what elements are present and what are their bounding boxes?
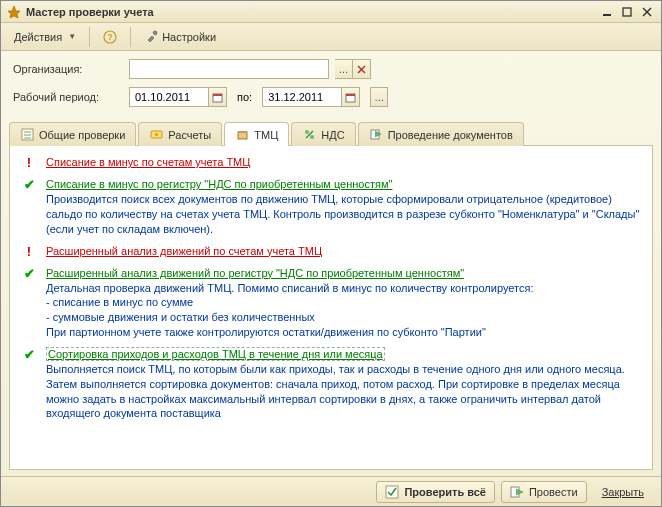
svg-rect-10: [213, 94, 222, 96]
toolbar: Действия ▼ ? Настройки: [1, 23, 661, 51]
tab-label: Расчеты: [168, 129, 211, 141]
wrench-icon: [144, 30, 158, 44]
check-item: ✔Сортировка приходов и расходов ТМЦ в те…: [22, 348, 640, 421]
date-to-calendar-button[interactable]: [342, 87, 360, 107]
tab-strip: Общие проверки Расчеты ТМЦ НДС Проведени…: [1, 121, 661, 145]
tab-calculations[interactable]: Расчеты: [138, 122, 222, 146]
tab-label: НДС: [321, 129, 344, 141]
tab-posting[interactable]: Проведение документов: [358, 122, 524, 146]
titlebar: Мастер проверки учета: [1, 1, 661, 23]
check-title-link[interactable]: Списание в минус по регистру "НДС по при…: [46, 178, 392, 190]
date-to-label: по:: [233, 91, 256, 103]
app-icon: [7, 5, 21, 19]
org-label: Организация:: [13, 63, 123, 75]
check-item: !Расширенный анализ движений по счетам у…: [22, 245, 640, 259]
error-icon: !: [22, 245, 36, 259]
svg-rect-19: [238, 132, 247, 139]
checklist-icon: [385, 485, 399, 499]
toolbar-separator: [130, 27, 131, 47]
date-from-calendar-button[interactable]: [209, 87, 227, 107]
form-area: Организация: … Рабочий период: п: [1, 51, 661, 119]
check-description: Выполняется поиск ТМЦ, по которым были к…: [46, 362, 640, 421]
svg-text:?: ?: [107, 32, 113, 42]
svg-rect-2: [623, 8, 631, 16]
svg-point-18: [155, 133, 158, 136]
check-body: Списание в минус по счетам учета ТМЦ: [46, 156, 640, 168]
svg-rect-20: [238, 131, 247, 133]
tab-tmc[interactable]: ТМЦ: [224, 122, 289, 146]
post-icon: [369, 128, 383, 142]
help-button[interactable]: ?: [96, 26, 124, 48]
toolbar-separator: [89, 27, 90, 47]
tab-label: Проведение документов: [388, 129, 513, 141]
org-input[interactable]: [129, 59, 329, 79]
svg-rect-1: [603, 14, 611, 16]
post-button[interactable]: Провести: [501, 481, 587, 503]
tab-general-checks[interactable]: Общие проверки: [9, 122, 136, 146]
date-from-field[interactable]: [133, 89, 195, 105]
date-to-field[interactable]: [266, 89, 328, 105]
ok-icon: ✔: [22, 178, 36, 192]
help-icon: ?: [103, 30, 117, 44]
settings-label: Настройки: [162, 31, 216, 43]
svg-point-22: [310, 135, 314, 139]
svg-rect-25: [386, 486, 398, 498]
minimize-button[interactable]: [599, 5, 615, 19]
date-from-input[interactable]: [129, 87, 209, 107]
box-icon: [235, 128, 249, 142]
money-icon: [149, 128, 163, 142]
check-title-link[interactable]: Расширенный анализ движений по счетам уч…: [46, 245, 322, 257]
date-to-input[interactable]: [262, 87, 342, 107]
svg-rect-12: [346, 94, 355, 96]
org-input-buttons: …: [335, 59, 371, 79]
check-item: ✔Списание в минус по регистру "НДС по пр…: [22, 178, 640, 237]
post-label: Провести: [529, 486, 578, 498]
window-title: Мастер проверки учета: [26, 6, 599, 18]
tab-label: ТМЦ: [254, 129, 278, 141]
window-buttons: [599, 5, 655, 19]
svg-point-21: [305, 130, 309, 134]
check-item: !Списание в минус по счетам учета ТМЦ: [22, 156, 640, 170]
chevron-down-icon: ▼: [68, 32, 76, 41]
org-select-button[interactable]: …: [335, 59, 353, 79]
footer-bar: Проверить всё Провести Закрыть: [1, 476, 661, 506]
check-description: Производится поиск всех документов по дв…: [46, 192, 640, 237]
check-title-link[interactable]: Списание в минус по счетам учета ТМЦ: [46, 156, 250, 168]
tab-content: !Списание в минус по счетам учета ТМЦ✔Сп…: [9, 145, 653, 470]
check-body: Сортировка приходов и расходов ТМЦ в теч…: [46, 348, 640, 421]
error-icon: !: [22, 156, 36, 170]
maximize-button[interactable]: [619, 5, 635, 19]
close-label: Закрыть: [602, 486, 644, 498]
percent-icon: [302, 128, 316, 142]
ok-icon: ✔: [22, 348, 36, 362]
actions-menu[interactable]: Действия ▼: [7, 26, 83, 48]
check-body: Расширенный анализ движений по регистру …: [46, 267, 640, 340]
settings-button[interactable]: Настройки: [137, 26, 223, 48]
check-all-button[interactable]: Проверить всё: [376, 481, 495, 503]
svg-marker-0: [8, 6, 20, 18]
check-title-link[interactable]: Сортировка приходов и расходов ТМЦ в теч…: [46, 347, 385, 361]
actions-label: Действия: [14, 31, 62, 43]
tab-vat[interactable]: НДС: [291, 122, 355, 146]
check-item: ✔Расширенный анализ движений по регистру…: [22, 267, 640, 340]
close-footer-button[interactable]: Закрыть: [593, 481, 653, 503]
window-frame: Мастер проверки учета Действия ▼ ? Настр…: [0, 0, 662, 507]
check-description: Детальная проверка движений ТМЦ. Помимо …: [46, 281, 640, 340]
check-title-link[interactable]: Расширенный анализ движений по регистру …: [46, 267, 464, 279]
checklist-icon: [20, 128, 34, 142]
org-clear-button[interactable]: [353, 59, 371, 79]
check-body: Списание в минус по регистру "НДС по при…: [46, 178, 640, 237]
close-button[interactable]: [639, 5, 655, 19]
check-body: Расширенный анализ движений по счетам уч…: [46, 245, 640, 257]
org-input-field[interactable]: [133, 61, 325, 77]
tab-label: Общие проверки: [39, 129, 125, 141]
period-dialog-button[interactable]: …: [370, 87, 388, 107]
period-label: Рабочий период:: [13, 91, 123, 103]
calendar-icon: [212, 92, 223, 103]
ok-icon: ✔: [22, 267, 36, 281]
post-icon: [510, 485, 524, 499]
check-all-label: Проверить всё: [404, 486, 486, 498]
calendar-icon: [345, 92, 356, 103]
